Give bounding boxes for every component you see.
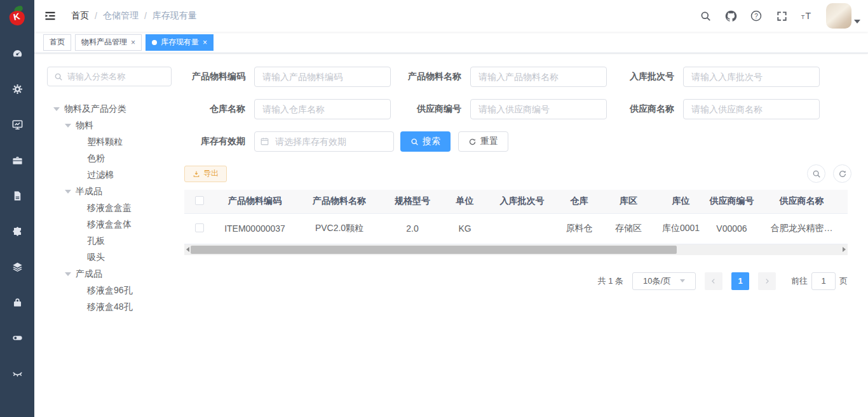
tree-node-plastic-pellet[interactable]: 塑料颗粒 (47, 134, 184, 150)
search-button[interactable]: 搜索 (400, 131, 451, 152)
github-link-button[interactable] (721, 3, 741, 29)
tree-search-input[interactable] (67, 72, 163, 81)
horizontal-scrollbar[interactable] (184, 244, 848, 255)
select-all-checkbox[interactable] (195, 196, 204, 205)
tree-node-filter-cotton[interactable]: 过滤棉 (47, 167, 184, 183)
caret-down-icon[interactable] (65, 190, 71, 194)
fullscreen-icon (776, 10, 788, 22)
tree-node-box-48[interactable]: 移液盒48孔 (47, 299, 184, 315)
col-item-code: 产品物料编码 (215, 190, 295, 213)
page-size-select[interactable]: 10条/页 (632, 272, 696, 290)
breadcrumb-current: 库存现有量 (153, 10, 197, 22)
sidebar-item-lock[interactable] (0, 284, 34, 320)
table-row[interactable]: ITEM00000037 PVC2.0颗粒 2.0 KG 原料仓 存储区 库位0… (184, 213, 848, 244)
caret-down-icon[interactable] (53, 107, 60, 111)
goto-page-input[interactable] (811, 272, 836, 290)
help-button[interactable]: ? (746, 3, 766, 29)
tree-node-root[interactable]: 物料及产品分类 (47, 101, 184, 117)
breadcrumb: 首页 / 仓储管理 / 库存现有量 (71, 10, 197, 22)
field-item-code: 产品物料编码 (184, 67, 394, 87)
page-number-label: 1 (738, 276, 742, 286)
scroll-left-icon[interactable] (186, 247, 189, 252)
tree-node-box-96[interactable]: 移液盒96孔 (47, 282, 184, 299)
sidebar-item-monitor[interactable] (0, 107, 34, 142)
chevron-down-icon (680, 279, 685, 282)
sidebar-item-switch[interactable] (0, 320, 34, 355)
tree-node-label: 色粉 (87, 153, 105, 164)
vendor-name-input[interactable] (683, 99, 820, 119)
prev-page-button[interactable] (705, 272, 722, 290)
tab-close-icon[interactable]: × (131, 39, 135, 46)
app-logo[interactable]: K (0, 0, 34, 32)
field-label: 供应商名称 (613, 103, 674, 115)
sidebar-toggle-button[interactable] (34, 0, 66, 32)
table-header-row: 产品物料编码 产品物料名称 规格型号 单位 入库批次号 仓库 库区 库位 供应商… (184, 190, 848, 213)
row-checkbox[interactable] (195, 223, 204, 232)
table-tools (807, 164, 851, 183)
field-label: 库存有效期 (184, 136, 245, 147)
tree-node-finished[interactable]: 产成品 (47, 266, 184, 282)
chevron-left-icon (710, 278, 717, 284)
tree-node-semifinished[interactable]: 半成品 (47, 183, 184, 200)
caret-down-icon[interactable] (65, 124, 71, 128)
fullscreen-button[interactable] (771, 3, 792, 29)
header-search-button[interactable] (695, 3, 715, 29)
export-button[interactable]: 导出 (184, 166, 227, 182)
font-size-button[interactable]: TT (797, 3, 817, 29)
tree-node-label: 物料及产品分类 (64, 103, 126, 115)
sidebar-item-job[interactable] (0, 142, 34, 178)
page-number-1[interactable]: 1 (731, 272, 749, 290)
col-batch-no: 入库批次号 (489, 190, 555, 213)
item-code-input[interactable] (254, 67, 391, 87)
goto-label: 前往 (791, 275, 808, 287)
batch-no-input[interactable] (683, 67, 820, 87)
tree-node-box-body[interactable]: 移液盒盒体 (47, 216, 184, 233)
expiry-date-input[interactable] (254, 131, 394, 152)
sidebar-item-monitor-off[interactable] (0, 355, 34, 391)
breadcrumb-home[interactable]: 首页 (71, 10, 89, 22)
warehouse-name-input[interactable] (254, 99, 391, 119)
caret-down-icon[interactable] (65, 272, 71, 276)
refresh-table-button[interactable] (833, 164, 851, 183)
gear-icon (11, 83, 24, 95)
sidebar-item-component[interactable] (0, 213, 34, 249)
layers-icon (11, 261, 24, 273)
reset-button[interactable]: 重置 (458, 131, 508, 152)
user-menu[interactable] (826, 3, 860, 29)
tree-node-pigment[interactable]: 色粉 (47, 150, 184, 167)
next-page-button[interactable] (758, 272, 776, 290)
tree-node-material[interactable]: 物料 (47, 117, 184, 134)
field-expiry-date: 库存有效期 (184, 131, 394, 152)
scrollbar-thumb[interactable] (191, 246, 677, 254)
user-avatar (826, 3, 851, 29)
item-name-input[interactable] (470, 67, 607, 87)
tree-node-well-plate[interactable]: 孔板 (47, 233, 184, 249)
sidebar-item-document[interactable] (0, 178, 34, 213)
scroll-right-icon[interactable] (843, 247, 846, 252)
cell-spec: 2.0 (384, 213, 441, 244)
field-label: 产品物料编码 (184, 71, 245, 83)
show-search-button[interactable] (807, 164, 825, 183)
inventory-table: 产品物料编码 产品物料名称 规格型号 单位 入库批次号 仓库 库区 库位 供应商… (184, 190, 848, 255)
col-vendor-code: 供应商编号 (708, 190, 756, 213)
pagination-total: 共 1 条 (598, 275, 623, 287)
dashboard-icon (11, 48, 24, 60)
font-size-icon: TT (800, 10, 814, 22)
tab-material-product[interactable]: 物料产品管理 × (75, 34, 142, 51)
tree-node-tip[interactable]: 吸头 (47, 249, 184, 266)
sidebar-item-layers[interactable] (0, 249, 34, 284)
sidebar-item-dashboard[interactable] (0, 36, 34, 71)
search-icon (54, 72, 63, 81)
tab-home[interactable]: 首页 (43, 34, 71, 51)
tab-label: 物料产品管理 (81, 37, 127, 48)
sidebar-item-system[interactable] (0, 71, 34, 107)
tab-close-icon[interactable]: × (203, 39, 207, 46)
tree-node-box-lid[interactable]: 移液盒盒盖 (47, 200, 184, 216)
goto-unit-label: 页 (839, 275, 848, 287)
tree-node-label: 物料 (76, 120, 93, 131)
vendor-code-input[interactable] (470, 99, 607, 119)
tree-search-box (47, 67, 172, 86)
monitor-chart-icon (11, 119, 24, 131)
svg-text:T: T (801, 14, 805, 20)
tab-inventory-onhand[interactable]: 库存现有量 × (146, 34, 214, 51)
